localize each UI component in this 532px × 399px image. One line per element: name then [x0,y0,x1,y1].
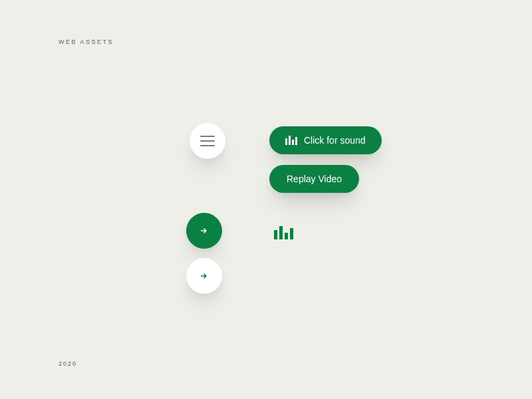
footer-year: 2020 [59,360,77,367]
button-label: Replay Video [287,174,342,184]
click-for-sound-button[interactable]: Click for sound [269,126,382,154]
hamburger-icon [200,136,215,146]
arrow-right-icon [201,273,207,279]
replay-video-button[interactable]: Replay Video [269,165,359,193]
equalizer-icon [274,226,293,239]
next-button-outline[interactable] [186,258,222,294]
button-label: Click for sound [304,135,366,146]
equalizer-icon [285,136,297,145]
menu-button[interactable] [190,123,225,159]
arrow-right-icon [201,228,207,233]
next-button-solid[interactable] [186,213,222,249]
page-title: WEB ASSETS [59,39,114,45]
